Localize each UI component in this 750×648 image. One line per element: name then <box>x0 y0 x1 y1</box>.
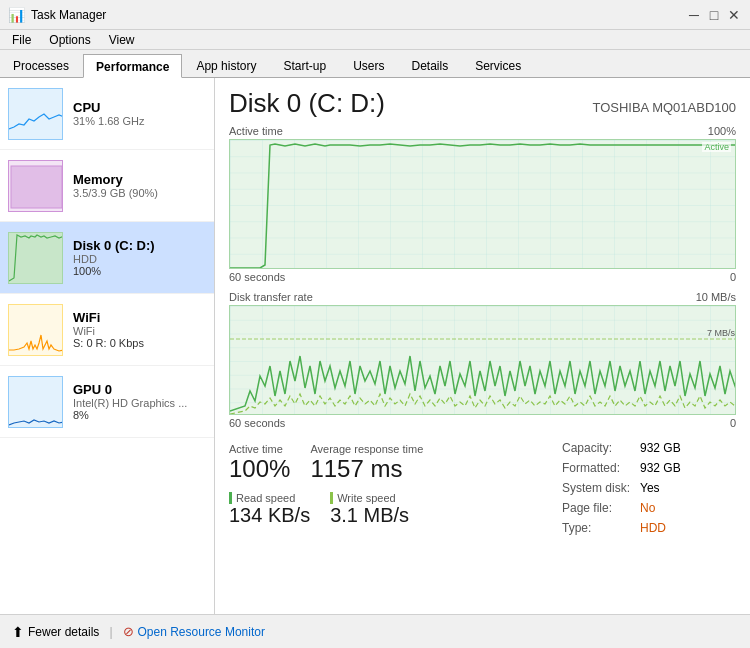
chart1-label: Active time <box>229 125 283 137</box>
chart2-time-left: 60 seconds <box>229 417 285 429</box>
transfer-rate-section: Disk transfer rate 10 MB/s 7 MB/s <box>229 291 736 429</box>
type-value: HDD <box>636 519 685 537</box>
tab-app-history[interactable]: App history <box>183 53 269 77</box>
gpu-sub: Intel(R) HD Graphics ... <box>73 397 206 409</box>
disk-model: TOSHIBA MQ01ABD100 <box>592 100 736 115</box>
app-icon: 📊 <box>8 7 25 23</box>
sidebar-item-memory[interactable]: Memory 3.5/3.9 GB (90%) <box>0 150 214 222</box>
chart2-label: Disk transfer rate <box>229 291 313 303</box>
title-bar: 📊 Task Manager ─ □ ✕ <box>0 0 750 30</box>
tab-services[interactable]: Services <box>462 53 534 77</box>
page-file-label: Page file: <box>558 499 634 517</box>
minimize-button[interactable]: ─ <box>686 7 702 23</box>
info-table: Capacity: 932 GB Formatted: 932 GB Syste… <box>556 437 687 539</box>
svg-rect-5 <box>230 140 735 269</box>
read-speed-value: 134 KB/s <box>229 504 310 527</box>
fewer-details-label: Fewer details <box>28 625 99 639</box>
info-row-system-disk: System disk: Yes <box>558 479 685 497</box>
menu-file[interactable]: File <box>4 30 39 50</box>
left-panel: CPU 31% 1.68 GHz Memory 3.5/3.9 GB (90%) <box>0 78 215 614</box>
capacity-label: Capacity: <box>558 439 634 457</box>
cpu-graph-thumbnail <box>8 88 63 140</box>
response-time-stat: Average response time 1157 ms <box>310 443 423 484</box>
disk-label: Disk 0 (C: D:) <box>73 238 206 253</box>
disk-sub: HDD <box>73 253 206 265</box>
resource-monitor-icon: ⊘ <box>123 624 134 639</box>
disk-info-table: Capacity: 932 GB Formatted: 932 GB Syste… <box>556 437 736 539</box>
formatted-label: Formatted: <box>558 459 634 477</box>
chart1-time-right: 0 <box>730 271 736 283</box>
disk-info: Disk 0 (C: D:) HDD 100% <box>73 238 206 277</box>
read-speed-block: Read speed 134 KB/s <box>229 492 310 527</box>
cpu-sub: 31% 1.68 GHz <box>73 115 206 127</box>
bottom-bar: ⬆ Fewer details | ⊘ Open Resource Monito… <box>0 614 750 648</box>
close-button[interactable]: ✕ <box>726 7 742 23</box>
svg-rect-3 <box>9 305 63 356</box>
tab-processes[interactable]: Processes <box>0 53 82 77</box>
bottom-separator: | <box>109 625 112 639</box>
gpu-sparkline <box>9 377 63 428</box>
memory-sparkline <box>9 161 63 212</box>
wifi-value: S: 0 R: 0 Kbps <box>73 337 206 349</box>
gpu-value: 8% <box>73 409 206 421</box>
wifi-info: WiFi WiFi S: 0 R: 0 Kbps <box>73 310 206 349</box>
memory-info: Memory 3.5/3.9 GB (90%) <box>73 172 206 199</box>
chevron-up-icon: ⬆ <box>12 624 24 640</box>
chart1-label-right: 100% <box>708 125 736 137</box>
window-title: Task Manager <box>31 8 106 22</box>
maximize-button[interactable]: □ <box>706 7 722 23</box>
active-time-stat: Active time 100% <box>229 443 290 484</box>
menu-bar: File Options View <box>0 30 750 50</box>
chart2-label-row: Disk transfer rate 10 MB/s <box>229 291 736 303</box>
svg-rect-6 <box>230 306 735 415</box>
disk-graph-thumbnail <box>8 232 63 284</box>
chart2-svg: 7 MB/s <box>230 306 735 415</box>
window-controls: ─ □ ✕ <box>686 7 742 23</box>
sidebar-item-gpu[interactable]: GPU 0 Intel(R) HD Graphics ... 8% <box>0 366 214 438</box>
wifi-graph-thumbnail <box>8 304 63 356</box>
chart1-svg <box>230 140 735 269</box>
memory-sub: 3.5/3.9 GB (90%) <box>73 187 206 199</box>
memory-label: Memory <box>73 172 206 187</box>
active-time-chart: Active <box>229 139 736 269</box>
info-row-formatted: Formatted: 932 GB <box>558 459 685 477</box>
system-disk-value: Yes <box>636 479 685 497</box>
menu-view[interactable]: View <box>101 30 143 50</box>
chart1-label-row: Active time 100% <box>229 125 736 137</box>
read-speed-label: Read speed <box>229 492 310 504</box>
sidebar-item-cpu[interactable]: CPU 31% 1.68 GHz <box>0 78 214 150</box>
write-speed-value: 3.1 MB/s <box>330 504 409 527</box>
main-content: CPU 31% 1.68 GHz Memory 3.5/3.9 GB (90%) <box>0 78 750 614</box>
svg-rect-0 <box>11 166 62 208</box>
chart2-time-row: 60 seconds 0 <box>229 417 736 429</box>
menu-options[interactable]: Options <box>41 30 98 50</box>
svg-text:7 MB/s: 7 MB/s <box>707 328 735 338</box>
cpu-label: CPU <box>73 100 206 115</box>
transfer-rate-chart: 7 MB/s <box>229 305 736 415</box>
active-badge: Active <box>702 142 731 152</box>
tab-performance[interactable]: Performance <box>83 54 182 78</box>
tab-startup[interactable]: Start-up <box>270 53 339 77</box>
tab-details[interactable]: Details <box>398 53 461 77</box>
chart2-label-right: 10 MB/s <box>696 291 736 303</box>
active-time-stat-label: Active time <box>229 443 290 455</box>
page-file-value: No <box>636 499 685 517</box>
tab-users[interactable]: Users <box>340 53 397 77</box>
disk-title: Disk 0 (C: D:) <box>229 88 385 119</box>
sidebar-item-disk[interactable]: Disk 0 (C: D:) HDD 100% <box>0 222 214 294</box>
response-time-value: 1157 ms <box>310 455 423 484</box>
response-time-label: Average response time <box>310 443 423 455</box>
disk-sparkline <box>9 233 63 284</box>
sidebar-item-wifi[interactable]: WiFi WiFi S: 0 R: 0 Kbps <box>0 294 214 366</box>
write-speed-block: Write speed 3.1 MB/s <box>330 492 409 527</box>
active-time-section: Active time 100% Active <box>229 125 736 283</box>
cpu-sparkline <box>9 89 63 140</box>
gpu-info: GPU 0 Intel(R) HD Graphics ... 8% <box>73 382 206 421</box>
wifi-label: WiFi <box>73 310 206 325</box>
resource-monitor-link[interactable]: ⊘ Open Resource Monitor <box>123 624 265 639</box>
right-panel: Disk 0 (C: D:) TOSHIBA MQ01ABD100 Active… <box>215 78 750 614</box>
fewer-details-button[interactable]: ⬆ Fewer details <box>12 624 99 640</box>
speed-row: Read speed 134 KB/s Write speed 3.1 MB/s <box>229 492 423 527</box>
chart1-time-left: 60 seconds <box>229 271 285 283</box>
chart1-time-row: 60 seconds 0 <box>229 271 736 283</box>
